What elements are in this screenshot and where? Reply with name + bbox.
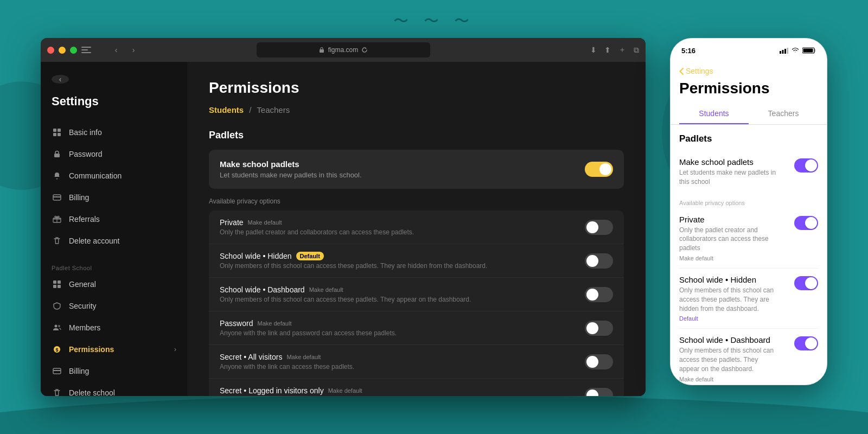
new-tab-icon[interactable]: ＋: [618, 45, 626, 55]
sidebar-item-referrals[interactable]: Referrals: [41, 208, 187, 230]
make-default-school-dashboard[interactable]: Make default: [309, 286, 343, 293]
svg-rect-11: [58, 280, 61, 284]
close-button[interactable]: [47, 47, 54, 54]
phone-time: 5:16: [681, 47, 695, 55]
padlets-heading: Padlets: [209, 130, 624, 141]
toggle-knob: [586, 356, 598, 368]
phone-school-dashboard-subtext[interactable]: Make default: [679, 376, 777, 382]
bird-decoration: 〜 〜 〜: [393, 11, 475, 31]
phone-school-dashboard-info: School wide • Dashboard Only members of …: [679, 335, 777, 382]
app-content: ‹ Settings Basic info Password Communica: [41, 62, 646, 396]
school-dashboard-toggle[interactable]: [585, 287, 613, 302]
phone-tab-teachers[interactable]: Teachers: [749, 104, 818, 124]
secret-logged-in-toggle[interactable]: [585, 388, 613, 397]
people-icon: [52, 322, 62, 333]
sidebar-item-delete-account[interactable]: Delete account: [41, 230, 187, 252]
make-default-private[interactable]: Make default: [248, 219, 282, 226]
sidebar-item-delete-school[interactable]: Delete school: [41, 382, 187, 396]
back-nav-button[interactable]: ‹: [110, 43, 123, 56]
svg-rect-10: [53, 280, 56, 284]
phone-mockup: 5:16: [670, 38, 827, 385]
phone-private-toggle[interactable]: [794, 216, 818, 230]
password-toggle[interactable]: [585, 321, 613, 336]
phone-privacy-school-dashboard: School wide • Dashboard Only members of …: [679, 329, 818, 385]
sidebar-label-referrals: Referrals: [69, 215, 100, 224]
svg-rect-19: [53, 370, 61, 371]
default-badge: Default: [296, 252, 324, 260]
sidebar-toggle[interactable]: [81, 44, 97, 55]
sidebar-item-password[interactable]: Password: [41, 143, 187, 165]
sidebar-item-communication[interactable]: Communication: [41, 165, 187, 187]
privacy-option-password: Password Make default Anyone with the li…: [209, 311, 624, 345]
refresh-icon[interactable]: [361, 47, 368, 53]
make-default-password[interactable]: Make default: [257, 320, 291, 327]
sidebar-item-basic-info[interactable]: Basic info: [41, 122, 187, 143]
phone-make-padlets-toggle[interactable]: [794, 158, 818, 173]
download-icon[interactable]: ⬇: [590, 46, 597, 54]
make-school-padlets-toggle[interactable]: [585, 162, 613, 177]
sidebar-item-permissions[interactable]: $ Permissions ›: [41, 339, 187, 360]
make-default-secret-all[interactable]: Make default: [286, 354, 321, 360]
phone-school-hidden-subtext[interactable]: Default: [679, 315, 777, 322]
sidebar-label-billing-school: Billing: [69, 367, 89, 375]
secret-all-toggle[interactable]: [585, 354, 613, 369]
sidebar-label-password: Password: [69, 150, 102, 158]
toggle-knob: [586, 390, 598, 397]
main-content: Permissions Students / Teachers Padlets …: [187, 62, 646, 396]
school-hidden-toggle[interactable]: [585, 253, 613, 269]
svg-rect-5: [54, 154, 60, 157]
phone-private-subtext[interactable]: Make default: [679, 255, 777, 261]
privacy-options-container: Private Make default Only the padlet cre…: [209, 210, 624, 396]
breadcrumb-students[interactable]: Students: [209, 105, 244, 114]
grid-icon-2: [52, 279, 62, 290]
phone-toggle-knob: [805, 159, 817, 171]
phone-private-title: Private: [679, 215, 777, 224]
minimize-button[interactable]: [59, 47, 66, 54]
private-toggle[interactable]: [585, 220, 613, 235]
sidebar-item-security[interactable]: Security: [41, 295, 187, 317]
privacy-option-school-dashboard: School wide • Dashboard Make default Onl…: [209, 278, 624, 311]
svg-rect-3: [53, 133, 56, 136]
svg-rect-23: [787, 48, 789, 54]
privacy-private-desc: Only the padlet creator and collaborator…: [220, 228, 414, 236]
maximize-button[interactable]: [70, 47, 77, 54]
breadcrumb-teachers[interactable]: Teachers: [257, 105, 290, 114]
sidebar-back-button[interactable]: ‹: [52, 75, 69, 84]
share-icon[interactable]: ⬆: [604, 46, 611, 54]
make-school-padlets-card: Make school padlets Let students make ne…: [209, 150, 624, 189]
svg-point-14: [55, 325, 58, 328]
phone-back-chevron: [679, 68, 684, 75]
privacy-option-school-dashboard-info: School wide • Dashboard Make default Onl…: [220, 285, 471, 303]
phone-back-link[interactable]: Settings: [679, 67, 818, 75]
sidebar-item-members[interactable]: Members: [41, 317, 187, 339]
privacy-password-desc: Anyone with the link and password can ac…: [220, 329, 397, 337]
phone-school-hidden-toggle[interactable]: [794, 276, 818, 290]
sidebar-label-delete-account: Delete account: [69, 237, 119, 245]
phone-make-padlets-title: Make school padlets: [679, 157, 777, 167]
lock-icon: [52, 149, 62, 159]
sidebar-label-communication: Communication: [69, 171, 122, 180]
svg-rect-7: [53, 196, 61, 197]
svg-rect-22: [784, 49, 786, 54]
sidebar-item-general[interactable]: General: [41, 273, 187, 295]
breadcrumb-separator: /: [249, 105, 251, 114]
browser-window: ‹ › figma.com ⬇ ⬆ ＋ ⧉ ‹ Settings: [41, 38, 646, 396]
sidebar-label-delete-school: Delete school: [69, 388, 115, 396]
battery-icon: [802, 47, 816, 54]
sidebar-item-billing[interactable]: Billing: [41, 187, 187, 208]
phone-tab-teachers-label: Teachers: [768, 109, 799, 118]
sidebar-item-billing-school[interactable]: Billing: [41, 360, 187, 382]
make-default-secret-logged-in[interactable]: Make default: [328, 387, 362, 394]
windows-icon[interactable]: ⧉: [634, 46, 639, 55]
phone-nav-bar: Settings: [671, 62, 827, 78]
phone-tab-students[interactable]: Students: [679, 104, 749, 124]
forward-nav-button[interactable]: ›: [127, 43, 140, 56]
privacy-option-school-hidden-info: School wide • Hidden Default Only member…: [220, 252, 487, 270]
gift-icon: [52, 214, 62, 225]
sidebar-title: Settings: [41, 94, 187, 108]
make-school-padlets-desc: Let students make new padlets in this sc…: [220, 171, 362, 179]
svg-rect-20: [780, 51, 781, 54]
url-bar[interactable]: figma.com: [257, 42, 430, 58]
phone-school-dashboard-toggle[interactable]: [794, 336, 818, 350]
phone-privacy-private: Private Only the padlet creator and coll…: [679, 208, 818, 269]
